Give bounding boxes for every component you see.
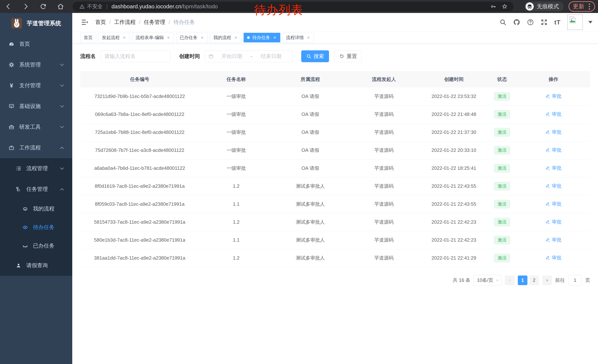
sidebar-item-1[interactable]: 系统管理: [0, 54, 72, 75]
column-header: 任务名称: [199, 71, 273, 87]
cell-process: 测试多审批人: [273, 195, 347, 213]
sidebar-item-7[interactable]: 任务管理: [0, 179, 72, 200]
tab-2[interactable]: 流程表单-编辑×: [132, 33, 174, 42]
page-size-select[interactable]: 10条/页: [474, 275, 501, 286]
process-name-input[interactable]: [100, 50, 171, 62]
pen-icon: [545, 202, 550, 206]
tab-bar: 首页发起流程×流程表单-编辑×已办任务×我的流程×待办任务×流程详情×: [72, 32, 598, 44]
breadcrumb-item[interactable]: 任务管理: [144, 18, 165, 26]
tab-0[interactable]: 首页: [80, 33, 96, 42]
next-page-button[interactable]: ›: [542, 275, 552, 285]
page-button-2[interactable]: 2: [529, 275, 539, 285]
github-icon[interactable]: [513, 19, 520, 26]
logo[interactable]: 芋道管理系统: [0, 13, 72, 34]
cell-id: 8f059c03-7ac8-11ec-a9e2-a2380e71991a: [80, 195, 199, 213]
app-title: 芋道管理系统: [27, 19, 61, 27]
update-button[interactable]: 更新: [569, 1, 595, 12]
approve-button[interactable]: 审批: [545, 183, 562, 189]
search-button[interactable]: 搜索: [301, 50, 329, 62]
filter-bar: 流程名 创建时间 开始日期 - 结束日期 搜索 重置: [80, 50, 590, 62]
sidebar-item-5[interactable]: 工作流程: [0, 138, 72, 158]
sidebar-item-10[interactable]: 已办任务: [0, 237, 72, 255]
approve-button[interactable]: 审批: [545, 147, 562, 153]
sidebar-item-11[interactable]: 请假查询: [0, 255, 72, 276]
close-icon[interactable]: ×: [234, 35, 238, 40]
status-badge: 激活: [494, 218, 510, 226]
close-icon[interactable]: ×: [200, 35, 204, 40]
tab-3[interactable]: 已办任务×: [176, 33, 208, 42]
approve-button[interactable]: 审批: [545, 111, 562, 117]
content: 流程名 创建时间 开始日期 - 结束日期 搜索 重置: [72, 44, 598, 293]
bookmark-star-icon[interactable]: [502, 4, 507, 9]
cell-status: 激活: [487, 159, 517, 177]
tree-icon: [15, 186, 22, 192]
caret-down-icon[interactable]: [588, 21, 592, 24]
approve-button[interactable]: 审批: [545, 201, 562, 207]
approve-button[interactable]: 审批: [545, 129, 562, 135]
goto-page-input[interactable]: [568, 275, 582, 285]
url-path: /bpm/task/todo: [181, 3, 218, 10]
tab-6[interactable]: 流程详情×: [282, 33, 314, 42]
approve-label: 审批: [552, 255, 562, 261]
breadcrumb-item[interactable]: 首页: [95, 18, 106, 26]
cell-starter: 芋道源码: [347, 249, 421, 267]
font-size-icon[interactable]: tT: [554, 19, 561, 26]
cell-starter: 芋道源码: [347, 141, 421, 159]
approve-button[interactable]: 审批: [545, 237, 562, 243]
breadcrumb-item[interactable]: 工作流程: [114, 18, 136, 26]
approve-button[interactable]: 审批: [545, 93, 562, 99]
robot-icon: [22, 206, 29, 212]
close-icon[interactable]: ×: [122, 35, 126, 40]
sidebar-item-label: 支付管理: [19, 82, 41, 89]
status-badge: 激活: [494, 254, 510, 262]
breadcrumb: 首页/工作流程/任务管理/待办任务: [95, 18, 195, 26]
cell-status: 激活: [487, 141, 517, 159]
fullscreen-icon[interactable]: [540, 19, 548, 26]
close-icon[interactable]: ×: [273, 35, 277, 40]
forward-icon[interactable]: [22, 3, 29, 10]
browser-menu-icon[interactable]: [588, 4, 591, 10]
chevron-up-icon: [60, 188, 64, 192]
sidebar-item-2[interactable]: ¥支付管理: [0, 75, 72, 96]
annotation-overlay: 待办列表: [254, 2, 303, 18]
sidebar-item-9[interactable]: 待办任务: [0, 218, 72, 237]
page-button-1[interactable]: 1: [518, 275, 527, 285]
hamburger-icon[interactable]: [81, 18, 89, 26]
reset-button[interactable]: 重置: [334, 50, 362, 62]
sidebar-item-8[interactable]: 我的流程: [0, 200, 72, 218]
avatar[interactable]: [567, 15, 583, 30]
prev-page-button[interactable]: ‹: [505, 275, 515, 285]
approve-button[interactable]: 审批: [545, 219, 562, 225]
reload-icon[interactable]: [40, 3, 47, 10]
tab-5[interactable]: 待办任务×: [244, 33, 280, 42]
sidebar-item-6[interactable]: 流程管理: [0, 158, 72, 179]
status-badge: 激活: [494, 110, 510, 119]
close-icon[interactable]: ×: [166, 35, 170, 40]
sidebar-item-3[interactable]: 基础设施: [0, 96, 72, 117]
status-badge: 激活: [494, 164, 510, 172]
cell-name: 一级审批: [199, 159, 273, 177]
cell-starter: 芋道源码: [347, 123, 421, 141]
help-icon[interactable]: [527, 19, 534, 26]
table-row: 8f0d1619-7ac8-11ec-a9e2-a2380e71991a1.2测…: [80, 177, 590, 195]
cell-process: OA 请假: [273, 159, 347, 177]
key-icon[interactable]: [490, 4, 496, 9]
tab-1[interactable]: 发起流程×: [98, 33, 130, 42]
date-range-picker[interactable]: 开始日期 - 结束日期: [205, 50, 293, 62]
close-icon[interactable]: ×: [307, 35, 310, 40]
sidebar: 芋道管理系统 首页系统管理¥支付管理基础设施研发工具工作流程流程管理任务管理我的…: [0, 13, 72, 364]
home-icon[interactable]: [57, 3, 64, 10]
back-icon[interactable]: [5, 3, 12, 10]
approve-label: 审批: [552, 129, 562, 135]
calendar-icon: [208, 54, 214, 59]
cell-name: 一级审批: [199, 87, 273, 105]
sidebar-item-0[interactable]: 首页: [0, 34, 72, 54]
user-icon: [15, 263, 22, 268]
pen-icon: [545, 112, 550, 116]
approve-button[interactable]: 审批: [545, 165, 562, 171]
approve-button[interactable]: 审批: [545, 255, 562, 261]
tab-4[interactable]: 我的流程×: [210, 33, 241, 42]
search-icon[interactable]: [499, 19, 507, 26]
sidebar-item-4[interactable]: 研发工具: [0, 117, 72, 138]
cell-name: 1.2: [199, 177, 273, 195]
